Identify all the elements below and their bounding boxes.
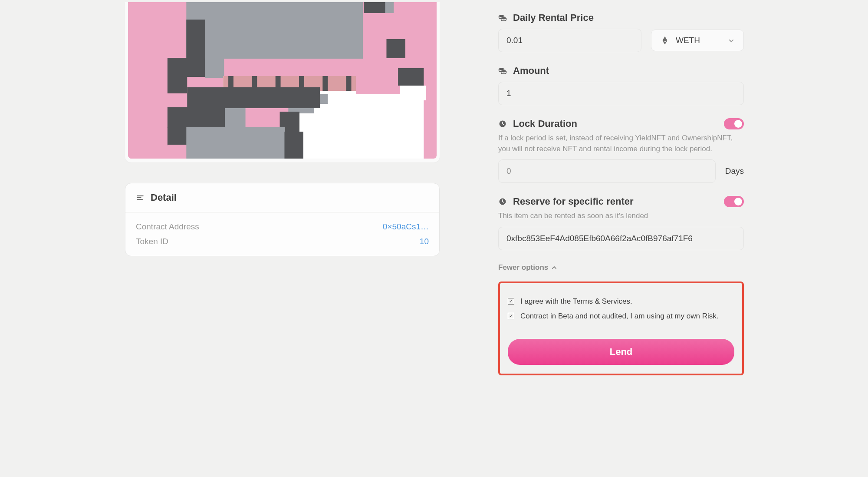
currency-label: WETH (676, 36, 722, 45)
detail-card: Detail Contract Address 0×50aCs1… Token … (125, 183, 440, 256)
table-row: Contract Address 0×50aCs1… (136, 222, 429, 232)
table-row: Token ID 10 (136, 237, 429, 246)
svg-rect-7 (205, 59, 224, 78)
detail-icon (136, 193, 145, 202)
svg-rect-25 (168, 145, 187, 159)
lock-duration-toggle[interactable] (724, 118, 744, 129)
lend-form: Daily Rental Price WETH Amount (498, 12, 744, 375)
clock-icon (498, 119, 507, 128)
lock-duration-input[interactable] (498, 159, 716, 183)
terms-checkbox[interactable]: ✓ (508, 298, 514, 305)
nft-image (128, 2, 437, 159)
amount-input[interactable] (498, 82, 744, 105)
svg-rect-20 (187, 87, 320, 108)
fewer-options-toggle[interactable]: Fewer options (498, 263, 744, 272)
svg-rect-6 (168, 58, 205, 77)
svg-rect-28 (398, 68, 424, 86)
eth-icon (660, 36, 670, 45)
detail-title: Detail (151, 192, 177, 203)
svg-rect-2 (364, 2, 386, 13)
svg-point-33 (499, 15, 504, 17)
fewer-options-label: Fewer options (498, 263, 548, 272)
svg-rect-14 (322, 76, 328, 91)
svg-rect-1 (186, 2, 363, 59)
svg-rect-4 (386, 39, 405, 58)
svg-rect-22 (225, 108, 245, 129)
svg-rect-26 (186, 127, 285, 159)
svg-point-36 (501, 70, 506, 72)
coins-icon (498, 13, 507, 22)
price-input[interactable] (498, 29, 641, 52)
beta-checkbox[interactable]: ✓ (508, 313, 514, 319)
days-label: Days (725, 166, 744, 176)
lock-duration-label: Lock Duration (513, 118, 577, 129)
token-id-label: Token ID (136, 237, 168, 246)
svg-rect-19 (168, 77, 187, 93)
svg-rect-5 (186, 20, 205, 58)
svg-point-35 (499, 68, 504, 70)
svg-rect-15 (346, 76, 352, 91)
svg-point-34 (501, 17, 506, 19)
currency-select[interactable]: WETH (651, 30, 744, 51)
svg-rect-27 (284, 132, 303, 159)
contract-address-link[interactable]: 0×50aCs1… (383, 222, 429, 232)
terms-label: I agree with the Terms & Services. (520, 297, 632, 306)
clock-icon (498, 197, 507, 206)
lock-duration-help: If a lock period is set, instead of rece… (498, 133, 744, 154)
coins-icon (498, 66, 507, 75)
contract-address-label: Contract Address (136, 222, 199, 232)
lend-button[interactable]: Lend (508, 339, 734, 365)
svg-rect-24 (168, 127, 187, 146)
reserve-label: Reserve for specific renter (513, 196, 634, 207)
confirm-highlight: ✓ I agree with the Terms & Services. ✓ C… (498, 282, 744, 375)
chevron-up-icon (551, 264, 558, 271)
beta-label: Contract in Beta and not audited, I am u… (520, 312, 718, 321)
svg-rect-29 (400, 86, 426, 100)
svg-rect-3 (385, 2, 394, 13)
nft-image-card (125, 2, 440, 162)
price-label: Daily Rental Price (513, 12, 594, 23)
reserve-help: This item can be rented as soon as it's … (498, 211, 744, 222)
amount-label: Amount (513, 65, 549, 76)
token-id-link[interactable]: 10 (420, 237, 429, 246)
chevron-down-icon (728, 37, 735, 44)
reserve-toggle[interactable] (724, 196, 744, 207)
svg-rect-21 (168, 107, 226, 128)
reserve-input[interactable] (498, 227, 744, 250)
